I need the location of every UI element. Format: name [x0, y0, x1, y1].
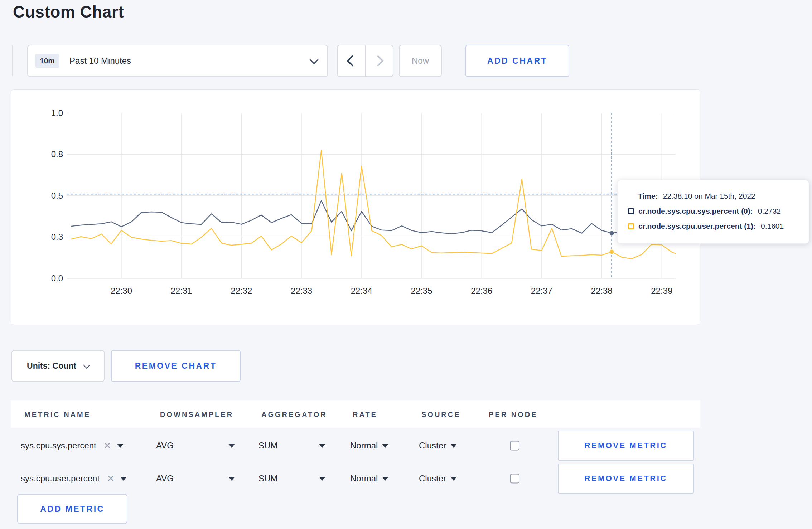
toolbar-divider [12, 45, 13, 76]
series-sys-swatch-icon [628, 208, 634, 214]
next-time-button[interactable] [365, 45, 393, 76]
dropdown-icon [319, 477, 325, 481]
x-axis-tick-label: 22:37 [531, 286, 552, 296]
header-rate: RATE [353, 410, 377, 418]
y-axis-tick-label: 1.0 [25, 108, 63, 118]
rate-value: Normal [350, 474, 378, 484]
x-axis-tick-label: 22:34 [351, 286, 372, 296]
chevron-right-icon [372, 55, 383, 66]
clear-metric-icon[interactable]: ✕ [103, 441, 111, 450]
remove-metric-button[interactable]: REMOVE METRIC [558, 431, 694, 461]
header-aggregator: AGGREGATOR [261, 410, 327, 418]
aggregator-value: SUM [258, 441, 277, 451]
aggregator-select[interactable]: SUM [258, 474, 325, 484]
table-row: sys.cpu.user.percent ✕ AVG SUM Normal Cl… [0, 463, 812, 494]
header-metric-name: METRIC NAME [24, 410, 91, 418]
dropdown-icon [450, 444, 457, 448]
x-axis-tick-label: 22:35 [411, 286, 432, 296]
time-range-badge: 10m [35, 54, 59, 68]
dropdown-icon [450, 477, 457, 481]
series-user-swatch-icon [628, 223, 634, 229]
y-axis-tick-label: 0.3 [25, 232, 63, 242]
per-node-checkbox[interactable] [510, 474, 519, 484]
source-select[interactable]: Cluster [419, 474, 457, 484]
prev-time-button[interactable] [338, 45, 365, 76]
aggregator-select[interactable]: SUM [258, 441, 325, 451]
dropdown-icon [319, 444, 325, 448]
x-axis-tick-label: 22:30 [111, 286, 132, 296]
time-range-select[interactable]: 10m Past 10 Minutes [27, 45, 328, 77]
rate-value: Normal [350, 441, 378, 451]
header-per-node: PER NODE [489, 410, 537, 418]
y-axis-tick-label: 0.0 [25, 273, 63, 283]
chart-panel[interactable]: 0.00.30.50.81.022:3022:3122:3222:3322:34… [11, 89, 700, 325]
downsampler-select[interactable]: AVG [156, 441, 235, 451]
units-label: Units: Count [27, 361, 76, 371]
dropdown-icon [382, 444, 388, 448]
time-pager [337, 45, 393, 77]
x-axis-tick-label: 22:38 [591, 286, 613, 296]
downsampler-value: AVG [156, 441, 174, 451]
tooltip-time-label: Time: [638, 192, 658, 200]
source-value: Cluster [419, 441, 446, 451]
metric-name-value: sys.cpu.user.percent [21, 474, 100, 484]
metric-dropdown-icon[interactable] [117, 444, 124, 448]
x-axis-tick-label: 22:33 [291, 286, 312, 296]
chevron-left-icon [347, 55, 358, 66]
x-axis-tick-label: 22:36 [471, 286, 492, 296]
chevron-down-icon [83, 361, 90, 369]
source-select[interactable]: Cluster [419, 441, 457, 451]
chart-tooltip: Time: 22:38:10 on Mar 15th, 2022 cr.node… [617, 180, 809, 244]
time-range-label: Past 10 Minutes [69, 56, 311, 66]
remove-chart-button[interactable]: REMOVE CHART [111, 350, 241, 382]
chevron-down-icon [309, 55, 318, 64]
metric-dropdown-icon[interactable] [120, 477, 127, 481]
source-value: Cluster [419, 474, 446, 484]
table-header-row: METRIC NAME DOWNSAMPLER AGGREGATOR RATE … [0, 401, 812, 428]
downsampler-select[interactable]: AVG [156, 474, 235, 484]
header-source: SOURCE [421, 410, 461, 418]
per-node-checkbox[interactable] [510, 441, 519, 451]
tooltip-series-user-value: 0.1601 [761, 222, 784, 230]
rate-select[interactable]: Normal [350, 441, 388, 451]
add-chart-button[interactable]: ADD CHART [465, 45, 569, 77]
header-downsampler: DOWNSAMPLER [160, 410, 233, 418]
tooltip-series-user-name: cr.node.sys.cpu.user.percent (1): [638, 222, 756, 230]
x-axis-tick-label: 22:32 [231, 286, 252, 296]
now-button[interactable]: Now [399, 45, 442, 77]
tooltip-series-sys-name: cr.node.sys.cpu.sys.percent (0): [638, 207, 753, 215]
y-axis-tick-label: 0.8 [25, 149, 63, 159]
dropdown-icon [228, 477, 235, 481]
rate-select[interactable]: Normal [350, 474, 388, 484]
dropdown-icon [382, 477, 388, 481]
units-select[interactable]: Units: Count [11, 350, 105, 382]
metric-name-value: sys.cpu.sys.percent [21, 441, 96, 451]
aggregator-value: SUM [258, 474, 277, 484]
tooltip-series-sys-value: 0.2732 [758, 207, 781, 215]
x-axis-tick-label: 22:39 [651, 286, 672, 296]
remove-metric-button[interactable]: REMOVE METRIC [558, 464, 694, 494]
clear-metric-icon[interactable]: ✕ [107, 474, 115, 483]
y-axis-tick-label: 0.5 [25, 191, 63, 201]
table-row: sys.cpu.sys.percent ✕ AVG SUM Normal Clu… [0, 430, 812, 461]
downsampler-value: AVG [156, 474, 174, 484]
page-title: Custom Chart [13, 2, 124, 21]
tooltip-time-value: 22:38:10 on Mar 15th, 2022 [663, 192, 755, 200]
add-metric-button[interactable]: ADD METRIC [17, 494, 127, 524]
x-axis-tick-label: 22:31 [171, 286, 192, 296]
dropdown-icon [228, 444, 235, 448]
